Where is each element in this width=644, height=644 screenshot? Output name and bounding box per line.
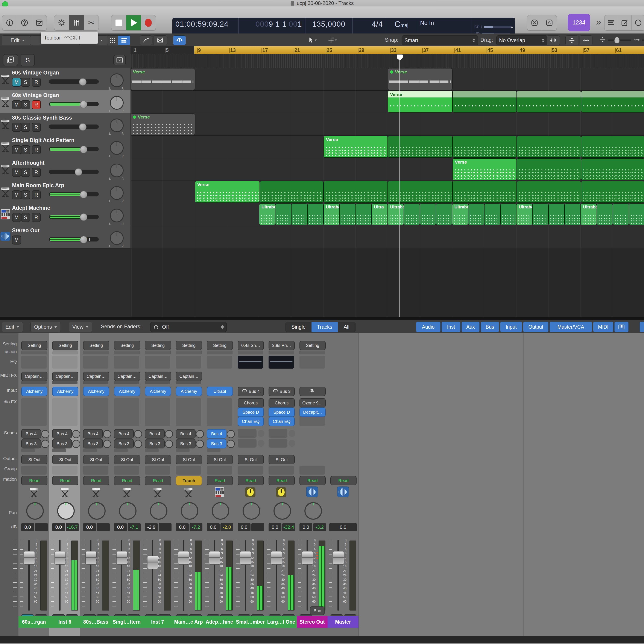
midi-fx-slot[interactable]: Captain…: [52, 372, 78, 381]
input-slot[interactable]: Bus 3: [269, 387, 295, 396]
automation-mode-button[interactable]: Read: [52, 476, 78, 485]
eq-thumbnail[interactable]: [114, 356, 139, 369]
pan-knob[interactable]: [26, 502, 44, 520]
volume-slider-thumb[interactable]: [80, 146, 87, 153]
midi-fx-empty-slot[interactable]: [83, 381, 108, 384]
track-solo-button[interactable]: S: [21, 123, 30, 132]
audio-fx-slot[interactable]: Chan EQ: [238, 417, 264, 426]
group-slot[interactable]: [114, 466, 139, 475]
track-volume-slider[interactable]: [49, 102, 99, 106]
track-solo-button[interactable]: S: [21, 100, 30, 109]
track-name[interactable]: Main Room Epic Arp: [12, 182, 64, 188]
audio-fx-slot[interactable]: Chorus: [238, 398, 264, 408]
channel-strip[interactable]: 3.9s Pri… Bus 3ChorusSpace DChan EQSt Ou…: [266, 333, 297, 636]
peak-db-display[interactable]: -2,0: [220, 523, 233, 531]
track-header[interactable]: Main Room Epic ArpMSRLR: [0, 181, 131, 204]
send-slot[interactable]: Bus 3: [176, 439, 196, 448]
automation-mode-button[interactable]: Read: [330, 476, 357, 485]
track-volume-slider[interactable]: [49, 147, 99, 151]
automation-mode-button[interactable]: Read: [207, 476, 233, 485]
channel-name[interactable]: Inst 7: [142, 616, 173, 628]
midi-region[interactable]: [388, 181, 453, 203]
track-record-enable-button[interactable]: R: [32, 190, 41, 199]
fader-groove[interactable]: [245, 540, 246, 611]
send-knob[interactable]: [72, 430, 80, 438]
send-empty-bar[interactable]: [207, 448, 220, 452]
stop-button[interactable]: [111, 15, 126, 30]
channel-strip[interactable]: SettingCaptain… AlchemyBus 4Bus 3St OutR…: [18, 333, 50, 636]
send-knob[interactable]: [103, 440, 111, 448]
audio-fx-slot[interactable]: Ozone 9…: [299, 398, 326, 408]
midi-region[interactable]: [581, 158, 644, 180]
send-empty-slot[interactable]: [238, 429, 257, 438]
group-slot[interactable]: [299, 466, 325, 475]
ultrabeat-region[interactable]: [629, 204, 644, 225]
channel-name[interactable]: 80s…Bass: [80, 616, 111, 628]
track-record-enable-button[interactable]: R: [32, 168, 41, 177]
record-button[interactable]: [141, 15, 156, 30]
cmd-click-tool[interactable]: [323, 35, 342, 45]
automation-button[interactable]: [140, 35, 152, 45]
pan-knob[interactable]: [181, 502, 198, 520]
track-volume-slider[interactable]: [49, 79, 99, 84]
send-slot[interactable]: Bus 4: [145, 429, 165, 439]
channel-name[interactable]: 60s…rgan: [18, 616, 49, 628]
arrange-track-lane[interactable]: [131, 113, 644, 136]
audio-fx-box[interactable]: [145, 398, 170, 426]
arrange-track-lane[interactable]: [131, 226, 644, 248]
bar-ruler[interactable]: |1 |5 |9 |13 |17 |21 |25 |29 |33 |37 |41…: [131, 46, 644, 54]
grid-view-button[interactable]: [107, 35, 118, 45]
track-solo-button[interactable]: S: [21, 145, 30, 154]
track-record-enable-button[interactable]: R: [32, 145, 41, 154]
channel-name[interactable]: Main…c Arp: [173, 616, 204, 628]
peak-db-display[interactable]: [251, 523, 264, 531]
eq-thumbnail[interactable]: [176, 356, 201, 369]
ultrabeat-region[interactable]: [291, 204, 307, 225]
mixer-filter-keyboard[interactable]: [614, 322, 629, 332]
midi-region[interactable]: [581, 136, 644, 158]
eq-thumbnail[interactable]: [21, 356, 47, 369]
midi-fx-empty-slot[interactable]: [52, 381, 77, 384]
playhead[interactable]: [399, 55, 400, 317]
track-record-enable-button[interactable]: R: [32, 78, 41, 87]
add-track-button[interactable]: [3, 54, 18, 66]
mixer-filter-output[interactable]: Output: [523, 322, 548, 332]
volume-db-display[interactable]: 0,0: [207, 523, 220, 531]
fader-groove[interactable]: [307, 540, 308, 611]
send-empty-bar[interactable]: [83, 448, 97, 452]
mixer-filter-inst[interactable]: Inst: [442, 322, 460, 332]
channel-strip[interactable]: SettingCaptain… AlchemyBus 4Bus 3St OutR…: [111, 333, 143, 636]
track-record-enable-button[interactable]: R: [32, 213, 41, 222]
ultrabeat-region[interactable]: [565, 204, 581, 225]
ultrabeat-region[interactable]: Ultrabeat: [259, 204, 275, 225]
fader-groove[interactable]: [121, 540, 122, 611]
pane-divider[interactable]: [0, 317, 644, 320]
more-tools-button[interactable]: »: [596, 16, 601, 27]
vertical-zoom-button[interactable]: [565, 35, 578, 45]
audio-fx-box[interactable]: [21, 398, 47, 426]
track-volume-slider[interactable]: [49, 215, 99, 219]
midi-region[interactable]: Verse: [388, 68, 453, 90]
edit-menu[interactable]: Edit: [2, 35, 33, 45]
audio-fx-box[interactable]: [176, 398, 201, 426]
track-pan-knob[interactable]: [110, 96, 124, 110]
group-slot[interactable]: [145, 466, 170, 475]
group-slot[interactable]: [207, 466, 232, 475]
list-view-button[interactable]: [118, 35, 130, 45]
audio-fx-box[interactable]: [83, 398, 108, 426]
midi-region[interactable]: Verse: [195, 181, 260, 203]
input-slot[interactable]: Alchemy: [114, 387, 140, 396]
track-header[interactable]: 60s Vintage OrganMSRLR: [0, 90, 131, 113]
audio-fx-slot[interactable]: Chorus: [269, 398, 295, 408]
output-slot[interactable]: St Out: [238, 455, 264, 464]
peak-db-display[interactable]: [35, 523, 48, 531]
midi-fx-slot[interactable]: Captain…: [114, 372, 140, 381]
track-header[interactable]: Stereo OutMLR: [0, 226, 131, 249]
audio-fx-box[interactable]: [207, 398, 232, 426]
send-knob[interactable]: [41, 430, 49, 438]
ultrabeat-region[interactable]: Ultrabeat: [516, 204, 532, 225]
group-slot[interactable]: [176, 466, 201, 475]
sends-on-faders-select[interactable]: Off: [150, 322, 227, 332]
play-button[interactable]: [126, 15, 141, 30]
send-slot[interactable]: Bus 3: [145, 439, 165, 448]
